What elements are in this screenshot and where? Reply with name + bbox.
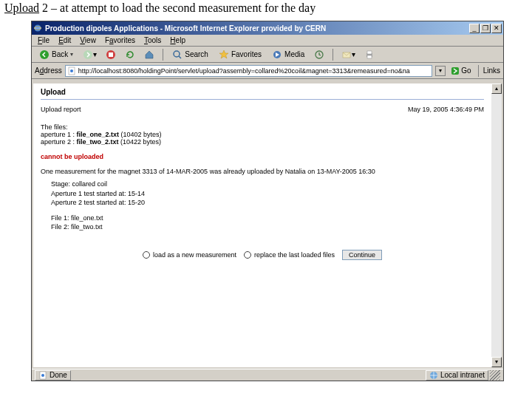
svg-rect-12 <box>367 51 372 54</box>
page-icon <box>67 66 76 75</box>
svg-rect-16 <box>451 67 459 75</box>
home-button[interactable] <box>142 49 157 61</box>
svg-point-3 <box>83 50 92 59</box>
refresh-button[interactable] <box>123 49 137 61</box>
menubar: File Edit View Favorites Tools Help <box>32 35 503 47</box>
search-icon <box>172 50 183 60</box>
forward-arrow-icon <box>83 50 93 60</box>
star-icon <box>219 50 229 60</box>
action-row: load as a new measurement replace the la… <box>41 250 484 260</box>
address-bar: Address http://localhost:8080/holdingPoi… <box>32 63 503 79</box>
address-dropdown-icon[interactable]: ▾ <box>435 66 446 76</box>
stop-icon <box>106 50 116 60</box>
history-button[interactable] <box>312 49 327 61</box>
menu-favorites[interactable]: Favorites <box>105 36 135 44</box>
addr-separator <box>478 65 479 77</box>
history-icon <box>314 50 324 60</box>
intranet-icon <box>429 371 438 380</box>
media-button[interactable]: Media <box>269 49 307 61</box>
toolbar-separator-2 <box>332 49 333 61</box>
address-label: Address <box>35 66 62 75</box>
aperture-1-file: aperture 1 : file_one_2.txt (10402 bytes… <box>41 131 484 138</box>
forward-dropdown-icon[interactable]: ▾ <box>93 50 97 58</box>
option-replace[interactable]: replace the last loaded files <box>244 251 335 259</box>
back-arrow-icon <box>39 50 50 60</box>
favorites-button[interactable]: Favorites <box>216 49 265 61</box>
go-arrow-icon <box>451 66 460 75</box>
radio-icon <box>244 251 251 259</box>
maximize-button[interactable]: ❐ <box>480 24 491 33</box>
back-label: Back <box>52 50 68 58</box>
media-label: Media <box>284 50 304 58</box>
error-message: cannot be uploaded <box>41 153 484 160</box>
file1-line: File 1: file_one.txt <box>51 214 484 223</box>
go-button[interactable]: Go <box>449 66 473 75</box>
back-dropdown-icon[interactable]: ▾ <box>70 51 73 58</box>
favorites-label: Favorites <box>231 50 262 58</box>
caption-underlined: Upload <box>4 1 39 14</box>
files-intro: The files: <box>41 123 484 131</box>
scroll-up-icon[interactable]: ▴ <box>491 83 502 94</box>
forward-button[interactable]: ▾ <box>81 49 99 61</box>
option-load-new[interactable]: load as a new measurement <box>143 251 236 259</box>
ap2-start-line: Aperture 2 test started at: 15-20 <box>51 198 484 208</box>
close-button[interactable]: ✕ <box>491 24 502 33</box>
svg-point-2 <box>40 50 49 59</box>
timestamp: May 19, 2005 4:36:49 PM <box>408 106 484 113</box>
address-field[interactable]: http://localhost:8080/holdingPoint/servl… <box>65 65 433 77</box>
address-url: http://localhost:8080/holdingPoint/servl… <box>78 67 410 75</box>
page-content: Upload Upload report May 19, 2005 4:36:4… <box>33 83 491 367</box>
vertical-scrollbar[interactable]: ▴ ▾ <box>491 83 502 367</box>
divider <box>41 99 484 100</box>
menu-file[interactable]: File <box>38 36 50 44</box>
radio-icon <box>143 251 150 259</box>
status-zone: Local intranet <box>426 370 488 381</box>
upload-report-label: Upload report <box>41 106 81 113</box>
titlebar: Production dipoles Applications - Micros… <box>32 21 503 35</box>
svg-point-6 <box>174 51 180 57</box>
caption-rest: 2 – at attempt to load the second measur… <box>39 1 316 14</box>
menu-view[interactable]: View <box>80 36 96 44</box>
print-button[interactable] <box>362 49 377 61</box>
page-done-icon <box>38 371 47 380</box>
nav-toolbar: Back ▾ ▾ Search Favorites Media <box>32 47 503 63</box>
window-title: Production dipoles Applications - Micros… <box>45 24 326 33</box>
refresh-icon <box>125 50 135 60</box>
svg-rect-5 <box>109 52 113 57</box>
stage-line: Stage: collared coil <box>51 180 484 189</box>
menu-tools[interactable]: Tools <box>144 36 161 44</box>
menu-edit[interactable]: Edit <box>58 36 71 44</box>
file2-line: File 2: file_two.txt <box>51 222 484 232</box>
svg-point-18 <box>41 374 44 377</box>
go-label: Go <box>461 66 471 75</box>
svg-rect-13 <box>367 55 372 58</box>
search-button[interactable]: Search <box>169 49 211 61</box>
svg-line-7 <box>179 56 181 58</box>
minimize-button[interactable]: _ <box>469 24 480 33</box>
links-label[interactable]: Links <box>483 66 500 75</box>
home-icon <box>144 50 154 60</box>
continue-button[interactable]: Continue <box>342 250 382 260</box>
mail-icon <box>341 50 352 60</box>
print-icon <box>364 50 375 60</box>
browser-window: Production dipoles Applications - Micros… <box>31 21 504 381</box>
search-label: Search <box>185 50 208 58</box>
scroll-down-icon[interactable]: ▾ <box>491 357 502 367</box>
reason-text: One measurement for the magnet 3313 of 1… <box>41 168 484 175</box>
svg-point-15 <box>70 69 73 72</box>
back-button[interactable]: Back ▾ <box>36 49 76 61</box>
details-block: Stage: collared coil Aperture 1 test sta… <box>51 180 484 232</box>
stop-button[interactable] <box>103 49 118 61</box>
aperture-2-file: aperture 2 : file_two_2.txt (10422 bytes… <box>41 138 484 146</box>
mail-button[interactable]: ▾ <box>339 49 358 61</box>
ap1-start-line: Aperture 1 test started at: 15-14 <box>51 189 484 199</box>
slide-caption: Upload 2 – at attempt to load the second… <box>0 0 532 18</box>
resize-grip-icon[interactable] <box>490 370 500 381</box>
status-left: Done <box>35 370 71 381</box>
upload-heading: Upload <box>41 88 484 96</box>
toolbar-separator <box>163 49 163 61</box>
ie-icon <box>33 24 42 33</box>
status-bar: Done Local intranet <box>32 369 503 381</box>
menu-help[interactable]: Help <box>170 36 185 44</box>
mail-dropdown-icon[interactable]: ▾ <box>352 50 355 58</box>
